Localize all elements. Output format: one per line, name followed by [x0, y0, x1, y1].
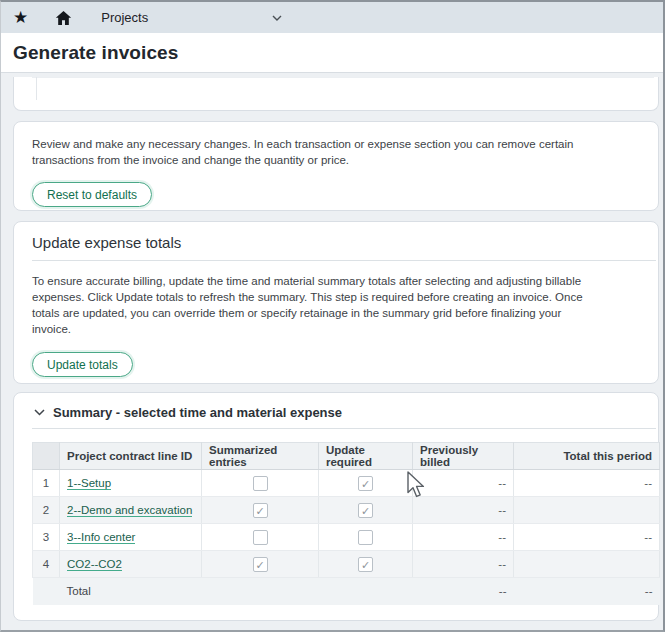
row-number: 1	[33, 470, 60, 497]
table-row: 1 1--Setup -- --	[33, 470, 660, 497]
column-header-gutter	[33, 443, 60, 470]
summary-table: Project contract line ID Summarized entr…	[32, 442, 660, 605]
column-header-summarized: Summarized entries	[202, 443, 319, 470]
row-number: 4	[33, 551, 60, 578]
previously-billed-value: --	[413, 470, 514, 497]
star-icon[interactable]: ★	[13, 9, 28, 26]
clipped-table-gutter	[36, 77, 37, 100]
chevron-down-icon[interactable]	[272, 15, 282, 21]
table-total-row: Total -- --	[33, 578, 660, 605]
summarized-entries-checkbox[interactable]	[253, 557, 268, 572]
column-header-previously-billed: Previously billed	[413, 443, 514, 470]
table-row: 3 3--Info center -- --	[33, 524, 660, 551]
review-card: Review and make any necessary changes. I…	[13, 121, 659, 211]
update-required-checkbox[interactable]	[358, 557, 373, 572]
summarized-entries-checkbox[interactable]	[253, 530, 268, 545]
contract-line-link[interactable]: CO2--CO2	[67, 558, 122, 571]
home-icon[interactable]	[55, 10, 72, 26]
page-title-bar: Generate invoices	[1, 33, 663, 73]
app-window: ★ Projects Generate invoices Review and …	[0, 0, 665, 632]
summarized-entries-checkbox[interactable]	[253, 476, 268, 491]
previously-billed-value: --	[413, 497, 514, 524]
update-totals-button[interactable]: Update totals	[32, 352, 133, 377]
summary-card: Summary - selected time and material exp…	[13, 392, 659, 621]
review-instructions: Review and make any necessary changes. I…	[32, 136, 584, 168]
total-previously-billed: --	[413, 578, 514, 605]
contract-line-link[interactable]: 3--Info center	[67, 531, 135, 544]
update-required-checkbox[interactable]	[358, 476, 373, 491]
reset-to-defaults-button[interactable]: Reset to defaults	[32, 182, 152, 207]
summary-section-title: Summary - selected time and material exp…	[53, 405, 342, 420]
column-header-contract-line: Project contract line ID	[60, 443, 202, 470]
total-this-period: --	[514, 578, 660, 605]
previously-billed-value: --	[413, 551, 514, 578]
top-nav-bar: ★ Projects	[1, 2, 663, 33]
column-header-update-required: Update required	[319, 443, 413, 470]
clipped-table-edge	[32, 77, 654, 78]
row-number: 3	[33, 524, 60, 551]
chevron-down-icon[interactable]	[34, 409, 45, 416]
summary-section-header[interactable]: Summary - selected time and material exp…	[32, 403, 656, 429]
previously-billed-value: --	[413, 524, 514, 551]
table-row: 2 2--Demo and excavation --	[33, 497, 660, 524]
page-title: Generate invoices	[13, 42, 178, 64]
update-card-heading: Update expense totals	[32, 234, 656, 261]
summarized-entries-checkbox[interactable]	[253, 503, 268, 518]
update-required-checkbox[interactable]	[358, 503, 373, 518]
update-instructions: To ensure accurate billing, update the t…	[32, 273, 597, 337]
page-content: Review and make any necessary changes. I…	[1, 73, 663, 630]
column-header-total-period: Total this period	[514, 443, 660, 470]
update-totals-card: Update expense totals To ensure accurate…	[13, 221, 659, 384]
total-this-period-value: --	[514, 470, 660, 497]
clipped-card	[13, 77, 659, 111]
contract-line-link[interactable]: 1--Setup	[67, 477, 111, 490]
total-this-period-value: --	[514, 524, 660, 551]
total-label: Total	[60, 578, 202, 605]
update-required-checkbox[interactable]	[358, 530, 373, 545]
table-header-row: Project contract line ID Summarized entr…	[33, 443, 660, 470]
total-this-period-value	[514, 551, 660, 578]
table-row: 4 CO2--CO2 --	[33, 551, 660, 578]
row-number: 2	[33, 497, 60, 524]
nav-menu-projects[interactable]: Projects	[101, 10, 148, 25]
contract-line-link[interactable]: 2--Demo and excavation	[67, 504, 192, 517]
total-this-period-value	[514, 497, 660, 524]
